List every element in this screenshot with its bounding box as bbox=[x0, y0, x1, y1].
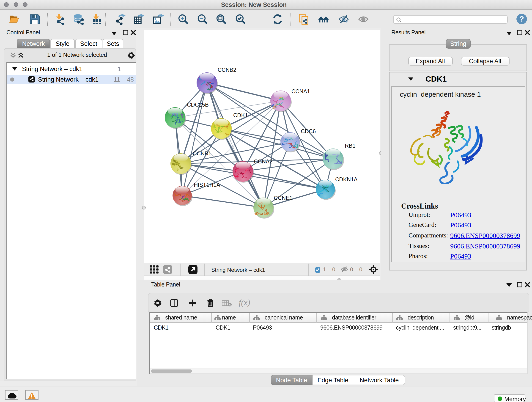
svg-text:CCNA2: CCNA2 bbox=[254, 158, 272, 164]
svg-text:CCNB2: CCNB2 bbox=[218, 66, 236, 73]
svg-text:CDKN1A: CDKN1A bbox=[335, 176, 357, 182]
svg-text:?: ? bbox=[519, 15, 524, 23]
svg-text:CDC6: CDC6 bbox=[301, 128, 316, 134]
svg-text:RB1: RB1 bbox=[345, 142, 355, 148]
svg-text:HIST1H1A: HIST1H1A bbox=[194, 182, 220, 188]
svg-text:CCNE1: CCNE1 bbox=[274, 195, 292, 201]
svg-text:CCNA1: CCNA1 bbox=[291, 88, 310, 94]
svg-text:CDK1: CDK1 bbox=[233, 112, 248, 118]
svg-text:CDC25B: CDC25B bbox=[187, 101, 209, 108]
svg-text:CCNB1: CCNB1 bbox=[193, 150, 211, 156]
